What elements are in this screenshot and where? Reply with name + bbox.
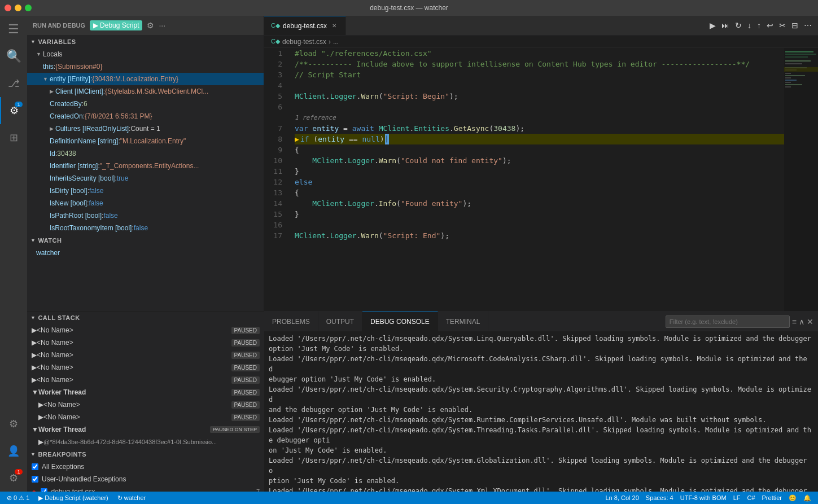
isnew-item[interactable]: IsNew [bool] : false	[27, 197, 264, 209]
cs-badge-2: PAUSED	[231, 352, 260, 359]
isdirty-item[interactable]: IsDirty [bool] : false	[27, 185, 264, 197]
status-spaces[interactable]: Spaces: 4	[644, 494, 676, 501]
status-cursor[interactable]: Ln 8, Col 20	[603, 494, 641, 501]
svg-rect-15	[785, 86, 791, 87]
debug-settings-button[interactable]: ⚙	[147, 21, 154, 30]
tab-problems[interactable]: PROBLEMS	[264, 312, 318, 331]
debug-restart-button[interactable]: ↻	[733, 19, 743, 32]
debug-step-into-button[interactable]: ↓	[746, 19, 753, 32]
code-line-9: {	[295, 144, 784, 155]
tab-close-button[interactable]: ✕	[330, 21, 339, 30]
code-info: Info	[379, 198, 396, 209]
tab-debug-console[interactable]: DEBUG CONSOLE	[362, 312, 438, 331]
identifier-item[interactable]: Identifier [string] : "_T_Components.Ent…	[27, 160, 264, 172]
editor-tab-debug-test[interactable]: C◆ debug-test.csx ✕	[264, 16, 346, 35]
tab-output[interactable]: OUTPUT	[318, 312, 362, 331]
locals-item[interactable]: ▼ Locals	[27, 48, 264, 60]
call-stack-header[interactable]: ▼ CALL STACK	[27, 312, 264, 324]
debug-step-back-button[interactable]: ↩	[765, 19, 775, 32]
code-p8: );	[462, 198, 471, 209]
activity-item-explorer[interactable]: ☰	[0, 16, 27, 43]
inheritssecurity-item[interactable]: InheritsSecurity [bool] : true	[27, 172, 264, 185]
start-debug-button[interactable]: ▶ Debug Script	[90, 20, 142, 30]
tab-debug-console-label: DEBUG CONSOLE	[370, 318, 430, 326]
id-item[interactable]: Id : 30438	[27, 147, 264, 160]
activity-item-extensions[interactable]: ⊞	[0, 124, 27, 151]
bp-user-unhandled[interactable]: User-Unhandled Exceptions	[27, 473, 264, 485]
cs-worker-thread-0[interactable]: ▼ Worker Thread PAUSED	[27, 386, 264, 398]
cultures-item[interactable]: ▶ Cultures [IReadOnlyList] : Count = 1	[27, 122, 264, 135]
debug-more-button[interactable]: ···	[159, 21, 165, 30]
createdby-item[interactable]: CreatedBy : 6	[27, 98, 264, 110]
variables-section-header[interactable]: ▼ VARIABLES	[27, 36, 264, 48]
status-feedback[interactable]: 😊	[786, 494, 799, 502]
code-mclient5: MClient	[295, 230, 326, 241]
cs-item-5[interactable]: ▶ <No Name> PAUSED	[27, 398, 264, 411]
status-encoding[interactable]: UTF-8 with BOM	[678, 494, 729, 501]
cs-item-frame[interactable]: ▶ @*8f4da3be-8b6d-472d-8d48-12440438f3ec…	[27, 436, 264, 448]
isroottaxonomy-item[interactable]: IsRootTaxonomyItem [bool] : false	[27, 222, 264, 234]
locals-label: Locals	[43, 50, 63, 58]
error-icon: ⊘	[7, 494, 12, 502]
debug-continue-button[interactable]: ▶	[708, 19, 718, 32]
activity-item-search[interactable]: 🔍	[0, 43, 27, 70]
activity-item-accounts[interactable]: 👤	[0, 437, 27, 464]
bp-debug-test-checkbox[interactable]	[41, 488, 47, 492]
cs-item-3[interactable]: ▶ <No Name> PAUSED	[27, 361, 264, 374]
cs-item-2[interactable]: ▶ <No Name> PAUSED	[27, 349, 264, 361]
bp-user-unhandled-checkbox[interactable]	[32, 476, 38, 483]
code-line-1-text: #load "./references/Action.csx"	[295, 48, 432, 59]
status-watcher[interactable]: ↻ watcher	[115, 494, 148, 502]
activity-item-remote[interactable]: ⚙	[0, 410, 27, 437]
status-errors[interactable]: ⊘ 0 ⚠ 1	[5, 494, 32, 502]
tab-layout-button[interactable]: ⊟	[790, 19, 800, 32]
createdon-item[interactable]: CreatedOn : {7/8/2021 6:56:31 PM}	[27, 110, 264, 122]
console-up-btn[interactable]: ∧	[799, 317, 804, 326]
activity-item-source-control[interactable]: ⎇	[0, 70, 27, 97]
bp-debug-test[interactable]: ● debug-test.csx 7	[27, 485, 264, 492]
tab-filename: debug-test.csx	[283, 22, 327, 30]
cs-badge-1: PAUSED	[231, 339, 260, 347]
entity-item[interactable]: ▼ entity [IEntity] : {30438:M.Localizati…	[27, 73, 264, 85]
console-layout-btn[interactable]: ≡	[792, 317, 797, 326]
debug-disconnect-button[interactable]: ✂	[777, 19, 788, 32]
cs-worker-thread-1[interactable]: ▼ Worker Thread PAUSED ON STEP	[27, 423, 264, 436]
activity-item-settings[interactable]: 1 ⚙	[0, 464, 27, 492]
status-bell[interactable]: 🔔	[801, 494, 813, 502]
cs-item-6[interactable]: ▶ <No Name> PAUSED	[27, 411, 264, 423]
watch-section-header[interactable]: ▼ WATCH	[27, 234, 264, 247]
status-lang[interactable]: C#	[745, 494, 757, 501]
identifier-val: "_T_Components.EntityActions...	[100, 162, 199, 170]
editor-scroll[interactable]: 1 2 3 4 5 6 ● 7 8 9 10 11	[264, 48, 818, 311]
cs-item-0[interactable]: ▶ <No Name> PAUSED	[27, 324, 264, 336]
console-close-btn[interactable]: ✕	[807, 317, 813, 326]
breakpoints-header[interactable]: ▼ BREAKPOINTS	[27, 448, 264, 461]
this-item[interactable]: this : {Submission#0}	[27, 60, 264, 73]
client-item[interactable]: ▶ Client [IMClient] : {Stylelabs.M.Sdk.W…	[27, 85, 264, 98]
status-formatter[interactable]: Prettier	[760, 494, 784, 501]
defname-key: DefinitionName [string]	[50, 137, 118, 145]
defname-item[interactable]: DefinitionName [string] : "M.Localizatio…	[27, 135, 264, 147]
code-line-5-dot2: .	[357, 91, 361, 102]
tab-split-button[interactable]: ⋯	[802, 19, 813, 32]
minimize-button[interactable]	[15, 5, 21, 11]
debug-step-out-button[interactable]: ↑	[755, 19, 763, 32]
debug-arrow-icon: ▶	[295, 134, 299, 144]
maximize-button[interactable]	[25, 5, 32, 11]
tab-terminal[interactable]: TERMINAL	[438, 312, 489, 331]
code-indent1	[295, 155, 312, 166]
window-controls[interactable]	[5, 5, 32, 11]
bp-all-exceptions-checkbox[interactable]	[32, 463, 38, 470]
status-line-ending[interactable]: LF	[731, 494, 743, 501]
console-filter-input[interactable]	[666, 315, 790, 328]
ispathroot-item[interactable]: IsPathRoot [bool] : false	[27, 209, 264, 222]
cs-item-4[interactable]: ▶ <No Name> PAUSED	[27, 374, 264, 386]
close-button[interactable]	[5, 5, 11, 11]
watcher-item[interactable]: watcher	[27, 247, 264, 259]
debug-step-over-button[interactable]: ⏭	[720, 19, 731, 32]
cs-item-1[interactable]: ▶ <No Name> PAUSED	[27, 336, 264, 349]
bp-all-exceptions[interactable]: All Exceptions	[27, 461, 264, 473]
console-line-2: Loaded '/Users/ppr/.net/ch-cli/mseqeado.…	[269, 384, 813, 405]
status-debug-script[interactable]: ▶ Debug Script (watcher)	[36, 494, 111, 502]
activity-item-debug[interactable]: ⚙ 1	[0, 97, 27, 124]
